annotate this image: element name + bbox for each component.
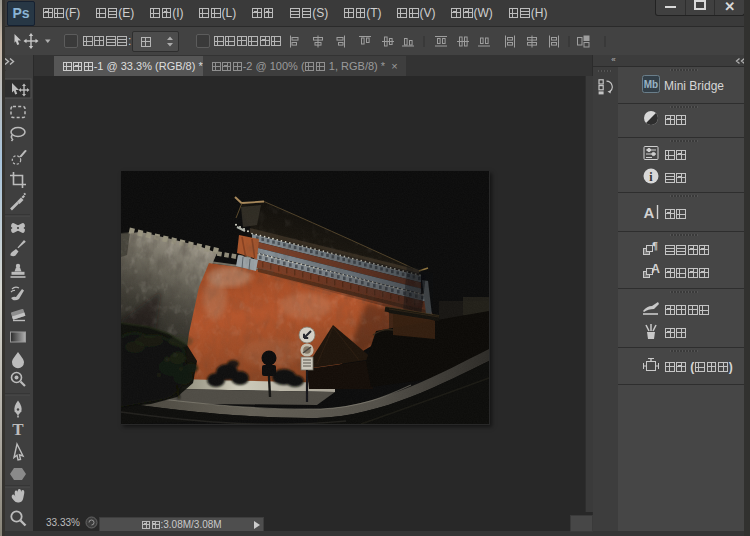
svg-text:¶: ¶ — [652, 240, 658, 251]
svg-text:Mb: Mb — [644, 79, 658, 90]
svg-text:A: A — [651, 263, 660, 276]
svg-text:T: T — [12, 420, 24, 439]
svg-text:A: A — [644, 204, 655, 220]
